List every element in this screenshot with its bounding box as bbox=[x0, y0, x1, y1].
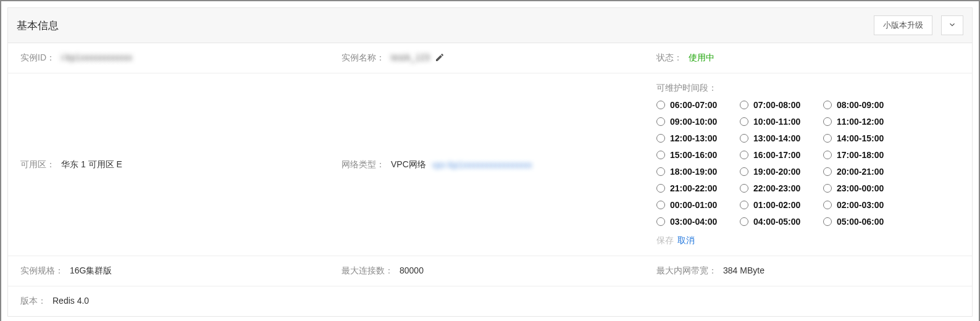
maintenance-slot-label: 04:00-05:00 bbox=[753, 217, 800, 227]
chevron-down-icon bbox=[948, 20, 957, 31]
maintenance-slot-radio[interactable] bbox=[823, 117, 832, 126]
maintenance-slot-radio[interactable] bbox=[656, 217, 665, 226]
maintenance-slot[interactable]: 17:00-18:00 bbox=[823, 150, 907, 160]
maintenance-slot-radio[interactable] bbox=[656, 117, 665, 126]
maintenance-slot-radio[interactable] bbox=[823, 184, 832, 193]
maintenance-slot-label: 20:00-21:00 bbox=[837, 167, 884, 177]
maintenance-slot-label: 10:00-11:00 bbox=[753, 117, 800, 127]
upgrade-minor-version-button[interactable]: 小版本升级 bbox=[874, 15, 932, 35]
maintenance-slot-radio[interactable] bbox=[823, 167, 832, 176]
bandwidth-label: 最大内网带宽： bbox=[656, 265, 717, 277]
network-type-label: 网络类型： bbox=[341, 159, 385, 170]
maintenance-slot[interactable]: 09:00-10:00 bbox=[656, 117, 740, 127]
maintenance-slot[interactable]: 14:00-15:00 bbox=[823, 133, 907, 143]
bandwidth-value: 384 MByte bbox=[723, 265, 764, 275]
instance-name-label: 实例名称： bbox=[341, 52, 385, 64]
maintenance-slot-label: 16:00-17:00 bbox=[753, 150, 800, 160]
maintenance-slot[interactable]: 12:00-13:00 bbox=[656, 133, 740, 143]
maintenance-slot[interactable]: 03:00-04:00 bbox=[656, 217, 740, 227]
network-type-value: VPC网络 bbox=[391, 159, 426, 170]
maintenance-slot-radio[interactable] bbox=[823, 201, 832, 209]
maintenance-slot-label: 06:00-07:00 bbox=[670, 100, 717, 110]
maintenance-slot-radio[interactable] bbox=[823, 101, 832, 109]
maintenance-slot-radio[interactable] bbox=[740, 217, 748, 226]
maintenance-slot[interactable]: 00:00-01:00 bbox=[656, 200, 740, 210]
maintenance-slot[interactable]: 07:00-08:00 bbox=[740, 100, 823, 110]
maintenance-slot-label: 02:00-03:00 bbox=[837, 200, 884, 210]
maintenance-slot[interactable]: 02:00-03:00 bbox=[823, 200, 907, 210]
maintenance-slot-label: 05:00-06:00 bbox=[837, 217, 884, 227]
maintenance-window-label: 可维护时间段： bbox=[656, 83, 960, 94]
maintenance-slot[interactable]: 19:00-20:00 bbox=[740, 167, 823, 177]
maintenance-window-options: 06:00-07:0007:00-08:0008:00-09:0009:00-1… bbox=[656, 100, 960, 227]
maintenance-slot[interactable]: 04:00-05:00 bbox=[740, 217, 823, 227]
maintenance-slot-label: 12:00-13:00 bbox=[670, 133, 717, 143]
maintenance-slot-radio[interactable] bbox=[740, 117, 748, 126]
maintenance-slot-label: 00:00-01:00 bbox=[670, 200, 717, 210]
status-label: 状态： bbox=[656, 52, 682, 64]
maintenance-slot[interactable]: 10:00-11:00 bbox=[740, 117, 823, 127]
maintenance-slot[interactable]: 01:00-02:00 bbox=[740, 200, 823, 210]
row-instance-id: 实例ID： i-bp1xxxxxxxxxxxx 实例名称： testA_123 bbox=[8, 43, 972, 73]
maintenance-slot-label: 07:00-08:00 bbox=[753, 100, 800, 110]
maintenance-slot-label: 18:00-19:00 bbox=[670, 167, 717, 177]
maintenance-slot-label: 09:00-10:00 bbox=[670, 117, 717, 127]
maintenance-slot-radio[interactable] bbox=[823, 151, 832, 159]
maintenance-slot-radio[interactable] bbox=[656, 201, 665, 209]
maintenance-slot-radio[interactable] bbox=[656, 101, 665, 109]
maintenance-slot-radio[interactable] bbox=[656, 134, 665, 143]
maintenance-slot-radio[interactable] bbox=[823, 134, 832, 143]
maintenance-slot[interactable]: 21:00-22:00 bbox=[656, 183, 740, 193]
maxconn-value: 80000 bbox=[400, 265, 424, 275]
maintenance-slot-radio[interactable] bbox=[656, 151, 665, 159]
cancel-maintenance-button[interactable]: 取消 bbox=[677, 235, 695, 246]
maintenance-slot-radio[interactable] bbox=[740, 134, 748, 143]
vpc-link[interactable]: vpc-bp1xxxxxxxxxxxxxxxx bbox=[432, 160, 532, 170]
maintenance-slot-label: 08:00-09:00 bbox=[837, 100, 884, 110]
maintenance-slot-label: 19:00-20:00 bbox=[753, 167, 800, 177]
spec-label: 实例规格： bbox=[20, 265, 64, 277]
instance-name-value: testA_123 bbox=[391, 52, 430, 62]
maintenance-slot-label: 15:00-16:00 bbox=[670, 150, 717, 160]
maintenance-slot-radio[interactable] bbox=[656, 167, 665, 176]
version-value: Redis 4.0 bbox=[52, 296, 89, 306]
maintenance-slot-label: 23:00-00:00 bbox=[837, 183, 884, 193]
maintenance-slot-radio[interactable] bbox=[823, 217, 832, 226]
version-label: 版本： bbox=[20, 296, 46, 307]
row-spec: 实例规格： 16G集群版 最大连接数： 80000 最大内网带宽： 384 MB… bbox=[8, 256, 972, 286]
maintenance-slot[interactable]: 23:00-00:00 bbox=[823, 183, 907, 193]
row-zone-net-maint: 可用区： 华东 1 可用区 E 网络类型： VPC网络 vpc-bp1xxxxx… bbox=[8, 73, 972, 256]
maintenance-slot-radio[interactable] bbox=[740, 167, 748, 176]
panel-title: 基本信息 bbox=[17, 19, 59, 33]
maintenance-slot[interactable]: 18:00-19:00 bbox=[656, 167, 740, 177]
maintenance-slot[interactable]: 05:00-06:00 bbox=[823, 217, 907, 227]
maintenance-slot-radio[interactable] bbox=[740, 101, 748, 109]
instance-id-label: 实例ID： bbox=[20, 52, 55, 64]
edit-name-button[interactable] bbox=[435, 52, 445, 62]
zone-label: 可用区： bbox=[20, 159, 55, 170]
status-value: 使用中 bbox=[689, 52, 714, 64]
pencil-icon bbox=[435, 54, 445, 64]
maintenance-slot-label: 13:00-14:00 bbox=[753, 133, 800, 143]
spec-value: 16G集群版 bbox=[70, 265, 112, 277]
collapse-toggle-button[interactable] bbox=[941, 15, 963, 35]
maintenance-slot-radio[interactable] bbox=[740, 184, 748, 193]
maintenance-slot-radio[interactable] bbox=[740, 151, 748, 159]
panel-header: 基本信息 小版本升级 bbox=[8, 8, 972, 43]
maxconn-label: 最大连接数： bbox=[341, 265, 393, 277]
maintenance-slot[interactable]: 22:00-23:00 bbox=[740, 183, 823, 193]
maintenance-slot[interactable]: 08:00-09:00 bbox=[823, 100, 907, 110]
maintenance-slot[interactable]: 16:00-17:00 bbox=[740, 150, 823, 160]
maintenance-slot-radio[interactable] bbox=[740, 201, 748, 209]
maintenance-slot[interactable]: 06:00-07:00 bbox=[656, 100, 740, 110]
maintenance-slot-radio[interactable] bbox=[656, 184, 665, 193]
maintenance-slot-label: 11:00-12:00 bbox=[837, 117, 884, 127]
maintenance-slot-label: 03:00-04:00 bbox=[670, 217, 717, 227]
maintenance-slot[interactable]: 20:00-21:00 bbox=[823, 167, 907, 177]
maintenance-slot[interactable]: 15:00-16:00 bbox=[656, 150, 740, 160]
maintenance-slot[interactable]: 11:00-12:00 bbox=[823, 117, 907, 127]
maintenance-slot-label: 21:00-22:00 bbox=[670, 183, 717, 193]
maintenance-slot-label: 01:00-02:00 bbox=[753, 200, 800, 210]
maintenance-slot[interactable]: 13:00-14:00 bbox=[740, 133, 823, 143]
save-maintenance-button[interactable]: 保存 bbox=[656, 235, 674, 246]
